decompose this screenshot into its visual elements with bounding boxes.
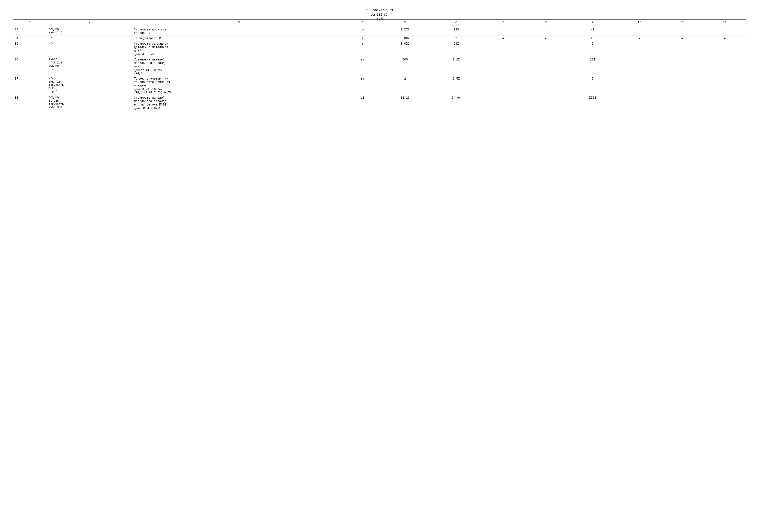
row-col12: –	[703, 41, 746, 57]
row-col8: –	[524, 41, 567, 57]
table-row: 37–"– ЕРЕР–28 тех.часть п.2.I стр.5То же…	[13, 76, 746, 95]
row-col9: 7	[567, 41, 618, 57]
row-col7: –	[482, 26, 525, 36]
row-source: ССЦ МО табл.3–I	[47, 26, 132, 36]
row-unit: т	[345, 36, 380, 41]
row-col11: –	[661, 41, 703, 57]
row-source: ССЦ МО II–248 тех.часть табл.3.3	[47, 95, 132, 111]
doc-ref-line1: Т.п.5ОI-07-3.83	[13, 9, 746, 13]
row-col6: 59I	[431, 41, 482, 57]
table-row: 38ССЦ МО II–248 тех.часть табл.3.3Стоимо…	[13, 95, 746, 111]
row-col7: –	[482, 76, 525, 95]
col-header-8: 8	[524, 19, 567, 26]
row-col5: IOO	[380, 57, 431, 76]
row-col7: –	[482, 95, 525, 111]
row-unit: м3	[345, 95, 380, 111]
row-col10: –	[618, 36, 661, 41]
row-col5: I2,26	[380, 95, 431, 111]
row-unit: .т	[345, 26, 380, 36]
row-id: 34	[13, 36, 47, 41]
row-col6: 2,5I	[431, 76, 482, 95]
row-col7: –	[482, 36, 525, 41]
page-number: 115	[376, 17, 383, 21]
row-col9: 5	[567, 76, 618, 95]
row-source: –"–	[47, 41, 132, 57]
row-col5: 0,062	[380, 36, 431, 41]
row-col6: 32I	[431, 36, 482, 41]
row-col10: –	[618, 26, 661, 36]
row-col8: –	[524, 95, 567, 111]
row-col7: –	[482, 57, 525, 76]
row-col8: –	[524, 57, 567, 76]
row-description: То же, класса BI	[132, 36, 345, 41]
row-col11: –	[661, 57, 703, 76]
main-table: I 2 3 4 5 6 7 8 9 IO II I2 33ССЦ МО табл…	[13, 19, 746, 111]
row-id: 36	[13, 57, 47, 76]
row-description: Установка панелей перильного огражде- ни…	[132, 57, 345, 76]
col-header-6: 6	[431, 19, 482, 26]
row-price: цена:3,23+0,0074х х24,4+(0,90+I,I3)х0,I5	[134, 88, 344, 94]
row-price: цена:92,4+0,82х2	[134, 107, 344, 110]
col-header-1: I	[13, 19, 47, 26]
row-col6: 2,2I	[431, 57, 482, 76]
col-header-3: 3	[132, 19, 345, 26]
row-source: –"–	[47, 36, 132, 41]
row-price: цена:2,I4+0,0029х х24,4	[134, 69, 344, 75]
row-col7: –	[482, 41, 525, 57]
row-col9: 40	[567, 26, 618, 36]
row-description: Стоимость арматуры класса AI	[132, 26, 345, 36]
row-col10: –	[618, 41, 661, 57]
row-col9: 22I	[567, 57, 618, 76]
row-col12: –	[703, 26, 746, 36]
row-description: То же, с учетом ин- тенсивности движения…	[132, 76, 345, 95]
col-header-7: 7	[482, 19, 525, 26]
row-source: –"– ЕРЕР–28 тех.часть п.2.I стр.5	[47, 76, 132, 95]
row-col10: –	[618, 76, 661, 95]
col-header-5: 5	[380, 19, 431, 26]
row-id: 35	[13, 41, 47, 57]
row-col5: 0,OI2	[380, 41, 431, 57]
row-col12: –	[703, 36, 746, 41]
table-row: 34–"–То же, класса BIт0,06232I––20–––	[13, 36, 746, 41]
row-unit: шт	[345, 76, 380, 95]
row-source: 7–656 47–7–I.8 ССЦ МО 2–4	[47, 57, 132, 76]
row-col5: 2	[380, 76, 431, 95]
row-col11: –	[661, 36, 703, 41]
row-unit: т	[345, 41, 380, 57]
row-col11: –	[661, 95, 703, 111]
row-col11: –	[661, 76, 703, 95]
doc-reference: Т.п.5ОI-07-3.83 Ал.III.87	[13, 9, 746, 17]
row-col12: –	[703, 95, 746, 111]
page-number-section: Т.п.5ОI-07-3.83 Ал.III.87 115	[13, 9, 746, 17]
row-col6: 229	[431, 26, 482, 36]
row-description: Стоимость панелей перильного огражде- ни…	[132, 95, 345, 111]
row-col6: 94,04	[431, 95, 482, 111]
row-id: 33	[13, 26, 47, 36]
row-col11: –	[661, 26, 703, 36]
row-col8: –	[524, 36, 567, 41]
col-header-2: 2	[47, 19, 132, 26]
col-header-12: I2	[703, 19, 746, 26]
row-col12: –	[703, 76, 746, 95]
row-col8: –	[524, 26, 567, 36]
col-header-9: 9	[567, 19, 618, 26]
row-col10: –	[618, 57, 661, 76]
row-col8: –	[524, 76, 567, 95]
doc-ref-line2: Ал.III.87	[13, 13, 746, 17]
row-unit: шт	[345, 57, 380, 76]
table-row: 35–"–Стоимость закладных деталей с метал…	[13, 41, 746, 57]
table-row: 33ССЦ МО табл.3–IСтоимость арматуры клас…	[13, 26, 746, 36]
col-header-11: II	[661, 19, 703, 26]
row-price: цена:4I3+I78	[134, 53, 344, 56]
table-row: 367–656 47–7–I.8 ССЦ МО 2–4Установка пан…	[13, 57, 746, 76]
row-col9: 20	[567, 36, 618, 41]
row-col9: II53	[567, 95, 618, 111]
row-description: Стоимость закладных деталей с металлиза-…	[132, 41, 345, 57]
col-header-4: 4	[345, 19, 380, 26]
row-id: 37	[13, 76, 47, 95]
col-header-10: IO	[618, 19, 661, 26]
row-col10: –	[618, 95, 661, 111]
row-id: 38	[13, 95, 47, 111]
row-col5: 0,I77	[380, 26, 431, 36]
row-col12: –	[703, 57, 746, 76]
